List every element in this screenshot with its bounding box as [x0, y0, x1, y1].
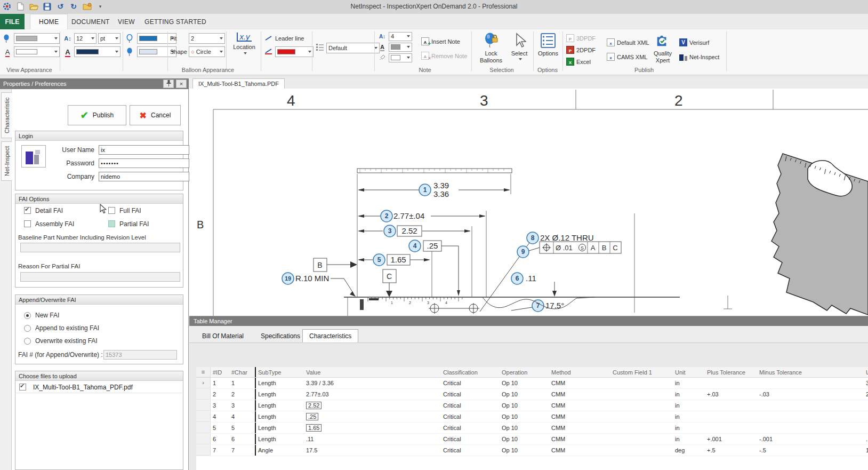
options-button[interactable]: Options: [535, 30, 561, 67]
dimension-3[interactable]: 3 2.52: [358, 225, 471, 237]
cancel-button[interactable]: ✖ Cancel: [130, 105, 181, 125]
col-plus-tolerance[interactable]: Plus Tolerance: [705, 367, 757, 377]
cell-subtype[interactable]: Length: [255, 389, 304, 400]
cell-minus[interactable]: [757, 378, 864, 388]
cell-method[interactable]: CMM: [549, 378, 610, 388]
cell-method[interactable]: CMM: [549, 434, 610, 444]
cell-custom[interactable]: [610, 378, 673, 388]
cell-id[interactable]: 1: [211, 378, 229, 388]
col-id[interactable]: #ID: [211, 367, 229, 377]
cell-op[interactable]: Op 10: [500, 389, 549, 400]
insert-note-button[interactable]: +A Insert Note: [421, 36, 467, 47]
overwrite-existing-radio[interactable]: [24, 338, 31, 345]
company-input[interactable]: [99, 172, 189, 181]
cell-sel[interactable]: [196, 411, 211, 422]
verisurf-button[interactable]: V Verisurf: [679, 37, 719, 48]
col-subtype[interactable]: SubType: [255, 367, 304, 377]
table-row[interactable]: 77Angle17.5CriticalOp 10CMMdeg+.5-.51: [196, 445, 868, 456]
cell-char[interactable]: 3: [229, 400, 255, 411]
cell-subtype[interactable]: Length: [255, 423, 304, 433]
cell-value[interactable]: 2.77±.03: [304, 389, 441, 400]
cell-method[interactable]: CMM: [549, 445, 610, 456]
col-classification[interactable]: Classification: [441, 367, 500, 377]
cell-plus[interactable]: +.001: [705, 434, 757, 444]
tab-getting-started[interactable]: GETTING STARTED: [136, 14, 215, 29]
tab-home[interactable]: HOME: [30, 14, 68, 29]
cell-char[interactable]: 4: [229, 411, 255, 422]
cell-cls[interactable]: Critical: [441, 434, 500, 444]
cell-char[interactable]: 1: [229, 378, 255, 388]
cell-id[interactable]: 5: [211, 423, 229, 433]
side-tab-characteristic[interactable]: Characteristic: [1, 92, 12, 138]
cell-id[interactable]: 7: [211, 445, 229, 456]
cell-value[interactable]: 17.5: [304, 445, 441, 456]
cell-subtype[interactable]: Angle: [255, 445, 304, 456]
pin-icon[interactable]: [163, 79, 174, 88]
cell-unit[interactable]: in: [673, 400, 705, 411]
cell-unit[interactable]: in: [673, 389, 705, 400]
cell-char[interactable]: 7: [229, 445, 255, 456]
cams-xml-button[interactable]: xCAMS XML: [607, 51, 649, 62]
user-name-input[interactable]: [99, 145, 189, 155]
col-method[interactable]: Method: [549, 367, 610, 377]
cell-method[interactable]: CMM: [549, 423, 610, 433]
cell-id[interactable]: 3: [211, 400, 229, 411]
dimension-2[interactable]: 2 2.77±.04: [358, 210, 486, 222]
cell-custom[interactable]: [610, 423, 673, 433]
cell-id[interactable]: 2: [211, 389, 229, 400]
table-row[interactable]: ›11Length3.39 / 3.36CriticalOp 10CMMin3: [196, 378, 868, 389]
cell-op[interactable]: Op 10: [500, 400, 549, 411]
dimension-4[interactable]: 4 .25: [409, 240, 460, 296]
tab-bill-of-material[interactable]: Bill Of Material: [196, 330, 250, 342]
excel-button[interactable]: XExcel: [566, 56, 596, 67]
cell-sel[interactable]: [196, 400, 211, 411]
2dpdf-button[interactable]: P2DPDF: [566, 44, 596, 55]
cell-id[interactable]: 6: [211, 434, 229, 444]
table-row[interactable]: 22Length2.77±.03CriticalOp 10CMMin+.03-.…: [196, 389, 868, 400]
cell-sel[interactable]: [196, 389, 211, 400]
side-tab-net-inspect[interactable]: Net-Inspect: [1, 141, 12, 181]
cell-subtype[interactable]: Length: [255, 400, 304, 411]
detail-fai-checkbox[interactable]: [24, 207, 31, 214]
cell-unit[interactable]: in: [673, 434, 705, 444]
quality-xpert-button[interactable]: Quality Xpert: [648, 30, 677, 67]
assembly-fai-checkbox[interactable]: [24, 220, 31, 227]
cell-op[interactable]: Op 10: [500, 423, 549, 433]
cell-plus[interactable]: +.5: [705, 445, 757, 456]
cell-custom[interactable]: [610, 411, 673, 422]
append-existing-radio[interactable]: [24, 325, 31, 332]
cell-unit[interactable]: deg: [673, 445, 705, 456]
cell-method[interactable]: CMM: [549, 411, 610, 422]
note-fill-color-dropdown[interactable]: [389, 53, 412, 62]
select-button[interactable]: Select: [507, 30, 532, 67]
3dpdf-button[interactable]: P3DPDF: [566, 33, 596, 44]
cell-cls[interactable]: Critical: [441, 389, 500, 400]
table-row[interactable]: 55Length1.65CriticalOp 10CMMin: [196, 423, 868, 434]
cell-unit[interactable]: in: [673, 378, 705, 388]
cell-subtype[interactable]: Length: [255, 434, 304, 444]
col-value[interactable]: Value: [304, 367, 441, 377]
cell-minus[interactable]: [757, 423, 864, 433]
balloon-text-color-dropdown[interactable]: [74, 46, 120, 57]
cell-custom[interactable]: [610, 434, 673, 444]
cell-subtype[interactable]: Length: [255, 411, 304, 422]
font-unit-dropdown[interactable]: pt: [98, 33, 120, 44]
shape-dropdown[interactable]: ○ Circle: [189, 46, 225, 57]
dimension-5[interactable]: 5 1.65: [358, 254, 430, 266]
cell-value[interactable]: 3.39 / 3.36: [304, 378, 441, 388]
cell-method[interactable]: CMM: [549, 400, 610, 411]
table-row[interactable]: 66Length.11CriticalOp 10CMMin+.001-.001.: [196, 434, 868, 445]
row-menu-icon[interactable]: ≡: [196, 367, 211, 377]
cell-value[interactable]: 2.52: [304, 400, 441, 411]
publish-button[interactable]: ✔ Publish: [68, 105, 126, 125]
dimension-6[interactable]: 6 .11: [511, 273, 557, 297]
fit-dropdown[interactable]: 2: [189, 33, 225, 44]
remove-note-button[interactable]: ×A Remove Note: [421, 50, 467, 61]
dimension-7[interactable]: 7 17.5°: [511, 300, 564, 312]
cell-unit[interactable]: in: [673, 423, 705, 433]
cell-last[interactable]: [864, 423, 868, 433]
reason-input[interactable]: [20, 272, 180, 282]
cell-char[interactable]: 5: [229, 423, 255, 433]
close-icon[interactable]: ×: [176, 79, 187, 88]
cell-cls[interactable]: Critical: [441, 378, 500, 388]
